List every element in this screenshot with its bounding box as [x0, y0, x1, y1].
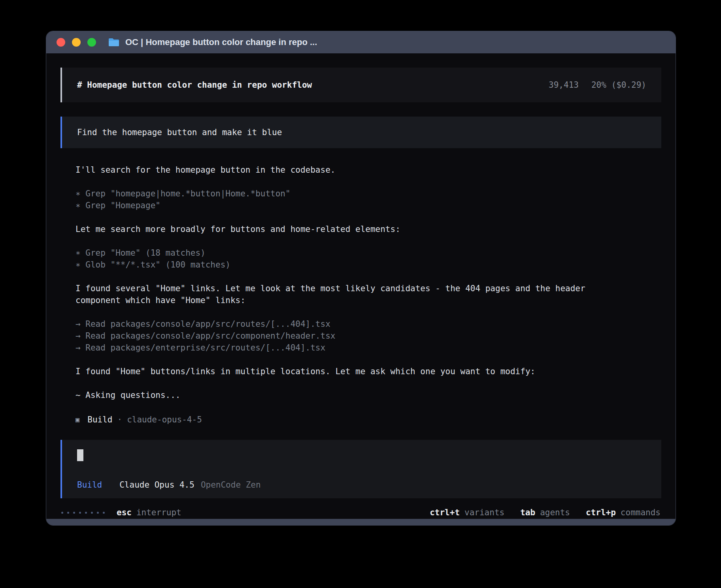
titlebar[interactable]: OC | Homepage button color change in rep…: [46, 31, 676, 53]
status-bar-left: esc interrupt: [61, 508, 181, 517]
close-button[interactable]: [57, 38, 65, 47]
shortcut-hint: ctrl+tvariants: [430, 508, 504, 517]
tool-call-line: → Read packages/enterprise/src/routes/[.…: [75, 342, 593, 354]
model-bar: Build Claude Opus 4.5 OpenCode Zen: [77, 480, 261, 490]
shortcut-hint: ctrl+pcommands: [586, 508, 661, 517]
status-bar: esc interrupt ctrl+tvariantstabagentsctr…: [60, 505, 661, 520]
folder-icon: [108, 38, 120, 47]
shortcut-key: tab: [520, 508, 535, 517]
spinner-dot: [103, 512, 105, 514]
transcript-gap: [75, 235, 593, 247]
mode-label: Build: [77, 480, 102, 490]
agent-mode-label: Build: [87, 415, 112, 424]
spinner-dot: [79, 512, 81, 514]
shortcut-label: commands: [621, 508, 661, 517]
shortcut-label: variants: [464, 508, 504, 517]
assistant-text-line: I found several "Home" links. Let me loo…: [75, 283, 593, 306]
shortcut-label: agents: [540, 508, 570, 517]
spinner-dot: [97, 512, 99, 514]
transcript-gap: [75, 176, 593, 188]
terminal-content: # Homepage button color change in repo w…: [46, 68, 676, 520]
shortcut-key: ctrl+p: [586, 508, 616, 517]
provider-label: OpenCode Zen: [201, 480, 261, 490]
agent-build-icon: ▣: [75, 416, 79, 424]
maximize-button[interactable]: [87, 38, 96, 47]
agent-model-label: claude-opus-4-5: [127, 415, 202, 424]
assistant-text-line: I found "Home" buttons/links in multiple…: [75, 366, 593, 377]
shortcut-hint: tabagents: [520, 508, 570, 517]
transcript-gap: [75, 271, 593, 283]
session-title: # Homepage button color change in repo w…: [77, 80, 312, 90]
status-bar-right: ctrl+tvariantstabagentsctrl+pcommands: [430, 508, 661, 517]
session-header: # Homepage button color change in repo w…: [60, 68, 661, 102]
agent-status-line: ▣ Build · claude-opus-4-5: [60, 414, 661, 426]
terminal-window: OC | Homepage button color change in rep…: [46, 31, 676, 526]
spinner-dot: [61, 512, 63, 514]
spinner-dot: [73, 512, 75, 514]
esc-label: interrupt: [136, 508, 181, 517]
tool-call-line: ∗ Glob "**/*.tsx" (100 matches): [75, 259, 593, 271]
transcript-gap: [75, 377, 593, 389]
window-bottom-strip: [46, 519, 676, 525]
transcript: I'll search for the homepage button in t…: [60, 164, 661, 401]
spinner-dot: [91, 512, 93, 514]
text-cursor: [77, 449, 83, 461]
shortcut-key: ctrl+t: [430, 508, 460, 517]
tool-call-line: ∗ Grep "Homepage": [75, 200, 593, 211]
tool-call-line: ∗ Grep "Home" (18 matches): [75, 247, 593, 259]
spinner-dots: [61, 512, 105, 514]
transcript-gap: [75, 354, 593, 366]
esc-key: esc: [117, 508, 132, 517]
assistant-text-line: I'll search for the homepage button in t…: [75, 164, 593, 176]
user-message-text: Find the homepage button and make it blu…: [77, 128, 282, 137]
window-title: OC | Homepage button color change in rep…: [125, 37, 317, 47]
minimize-button[interactable]: [72, 38, 81, 47]
model-label: Claude Opus 4.5: [119, 480, 194, 490]
spinner-dot: [67, 512, 69, 514]
token-count: 39,413: [549, 80, 579, 90]
spinner-dot: [85, 512, 87, 514]
transcript-gap: [75, 306, 593, 318]
traffic-lights: [57, 38, 96, 47]
user-message: Find the homepage button and make it blu…: [60, 117, 661, 148]
prompt-input[interactable]: Build Claude Opus 4.5 OpenCode Zen: [60, 440, 661, 498]
transcript-gap: [75, 211, 593, 223]
session-stats: 39,413 20% ($0.29): [549, 80, 646, 90]
assistant-text-line: ~ Asking questions...: [75, 389, 593, 401]
tool-call-line: ∗ Grep "homepage|home.*button|Home.*butt…: [75, 188, 593, 200]
context-usage: 20% ($0.29): [591, 80, 646, 90]
assistant-text-line: Let me search more broadly for buttons a…: [75, 223, 593, 235]
tool-call-line: → Read packages/console/app/src/componen…: [75, 330, 593, 342]
tool-call-line: → Read packages/console/app/src/routes/[…: [75, 318, 593, 330]
agent-separator: ·: [117, 415, 122, 424]
